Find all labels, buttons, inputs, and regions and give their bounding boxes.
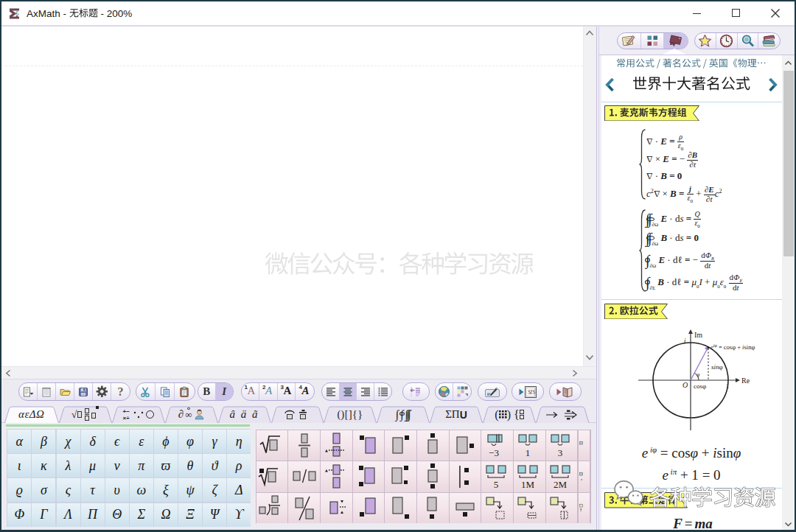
svg-text:x: x — [580, 477, 583, 481]
svg-text:O: O — [682, 381, 688, 389]
svg-text:$: $ — [532, 389, 535, 396]
svg-text:5: 5 — [493, 479, 498, 490]
svg-text:cosφ: cosφ — [694, 382, 706, 390]
svg-text:−3: −3 — [489, 447, 499, 458]
svg-text:sinφ: sinφ — [711, 363, 723, 371]
svg-text:Re: Re — [741, 377, 750, 385]
svg-text:3: 3 — [558, 447, 563, 458]
svg-text:1: 1 — [726, 382, 730, 390]
svg-text:2M: 2M — [554, 479, 568, 490]
svg-text:Im: Im — [694, 331, 702, 339]
svg-text:φ: φ — [696, 371, 700, 378]
svg-text:1M: 1M — [521, 479, 535, 490]
svg-text:eiφ = cosφ + isinφ: eiφ = cosφ + isinφ — [711, 343, 755, 351]
svg-text:1: 1 — [526, 447, 531, 458]
